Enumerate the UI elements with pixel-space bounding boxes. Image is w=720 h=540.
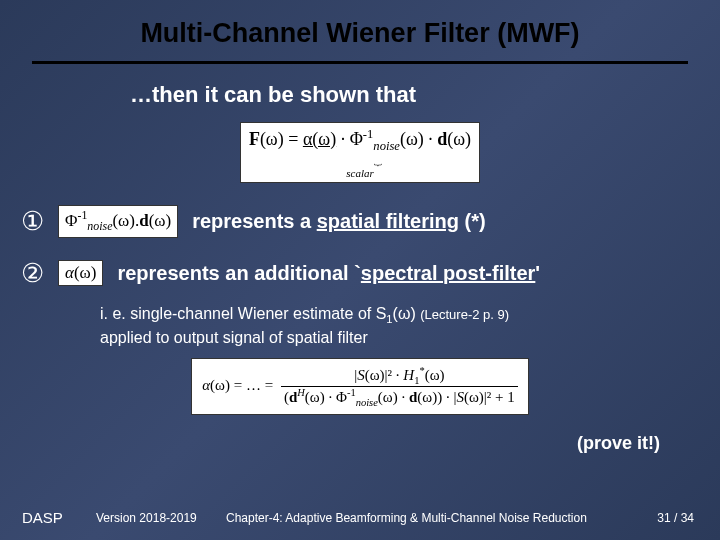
footer-chapter: Chapter-4: Adaptive Beamforming & Multi-… bbox=[226, 511, 657, 525]
fraction-denominator: (dH(ω) · Φ-1noise(ω) · d(ω)) · |S(ω)|² +… bbox=[281, 387, 518, 408]
main-equation-wrap: F(ω) = α(ω) · Φ-1noise(ω) · d(ω) ⏟ scala… bbox=[0, 122, 720, 183]
bullet-2-ul: spectral post-filter bbox=[361, 262, 535, 284]
bullet-1-text: represents a spatial filtering (*) bbox=[192, 210, 485, 233]
bullet-2-formula: α(ω) bbox=[58, 260, 103, 286]
bullet-1-pre: represents a bbox=[192, 210, 317, 232]
subnote-l2: applied to output signal of spatial filt… bbox=[100, 329, 368, 346]
bullet-1-number: ① bbox=[0, 206, 58, 237]
subnote-l1b: (ω) bbox=[393, 305, 421, 322]
intro-text: …then it can be shown that bbox=[130, 82, 720, 108]
title-rule bbox=[32, 61, 688, 64]
alpha-lhs: α(ω) = … = bbox=[202, 377, 273, 393]
footer-dasp: DASP bbox=[22, 509, 96, 526]
scalar-label: scalar bbox=[249, 167, 471, 180]
sub-note: i. e. single-channel Wiener estimate of … bbox=[100, 303, 720, 349]
bullet-1-ul: spatial filtering bbox=[317, 210, 459, 232]
bullet-1-row: ① Φ-1noise(ω).d(ω) represents a spatial … bbox=[0, 205, 720, 237]
footer: DASP Version 2018-2019 Chapter-4: Adapti… bbox=[0, 509, 720, 526]
bullet-2-post: ' bbox=[535, 262, 540, 284]
bullet-2-text: represents an additional `spectral post-… bbox=[117, 262, 540, 285]
subnote-l1a: i. e. single-channel Wiener estimate of … bbox=[100, 305, 386, 322]
footer-version: Version 2018-2019 bbox=[96, 511, 226, 525]
prove-it: (prove it!) bbox=[0, 433, 660, 454]
bullet-1-post: (*) bbox=[459, 210, 486, 232]
alpha-equation-wrap: α(ω) = … = |S(ω)|² · H1*(ω) (dH(ω) · Φ-1… bbox=[0, 358, 720, 415]
bullet-2-row: ② α(ω) represents an additional `spectra… bbox=[0, 258, 720, 289]
bullet-1-formula: Φ-1noise(ω).d(ω) bbox=[58, 205, 178, 237]
slide-title: Multi-Channel Wiener Filter (MWF) bbox=[140, 18, 579, 49]
title-area: Multi-Channel Wiener Filter (MWF) bbox=[0, 0, 720, 49]
fraction-numerator: |S(ω)|² · H1*(ω) bbox=[281, 365, 518, 387]
fraction: |S(ω)|² · H1*(ω) (dH(ω) · Φ-1noise(ω) · … bbox=[281, 365, 518, 408]
main-equation-text: F(ω) = α(ω) · Φ-1noise(ω) · d(ω) bbox=[249, 129, 471, 149]
lecture-ref: (Lecture-2 p. 9) bbox=[420, 307, 509, 322]
bullet-2-pre: represents an additional ` bbox=[117, 262, 360, 284]
footer-page: 31 / 34 bbox=[657, 511, 694, 525]
bullet-2-number: ② bbox=[0, 258, 58, 289]
alpha-equation: α(ω) = … = |S(ω)|² · H1*(ω) (dH(ω) · Φ-1… bbox=[191, 358, 529, 415]
main-equation: F(ω) = α(ω) · Φ-1noise(ω) · d(ω) ⏟ scala… bbox=[240, 122, 480, 183]
slide: Multi-Channel Wiener Filter (MWF) …then … bbox=[0, 0, 720, 540]
brace-icon: ⏟ bbox=[249, 152, 471, 168]
